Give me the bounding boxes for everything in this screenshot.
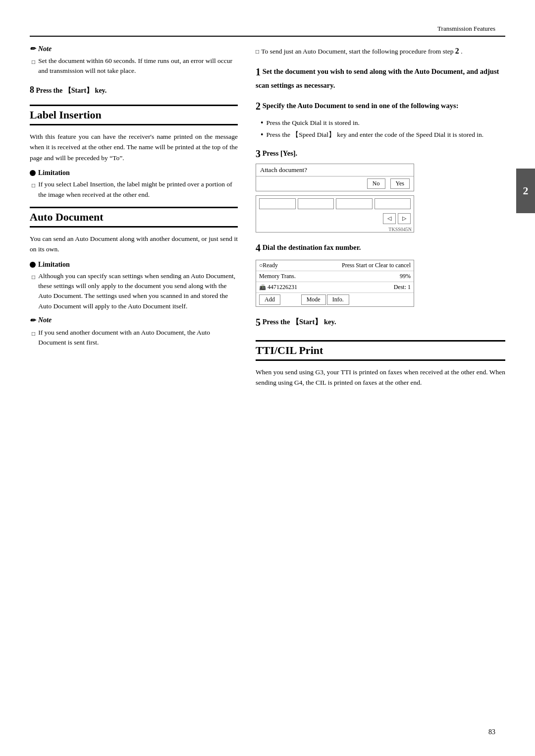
tticil-header: TTI/CIL Print — [256, 340, 505, 361]
limitation-title-1: Limitation — [30, 169, 238, 177]
note-item-1: □ Set the document within 60 seconds. If… — [30, 56, 238, 76]
status-row-1: ○Ready Press Start or Clear to cancel — [256, 260, 414, 271]
note-title-1: ✏ Note — [30, 45, 238, 53]
right-step-5-num: 5 — [256, 317, 261, 328]
bullet-dot-1: • — [261, 118, 264, 128]
step-8-num: 8 — [30, 85, 34, 95]
dialog-no-button[interactable]: No — [367, 178, 385, 189]
label-insertion-body: With this feature you can have the recei… — [30, 131, 238, 164]
keypad-btn-2[interactable] — [298, 198, 334, 209]
keypad-ui: ◁ ▷ TKSS045N — [256, 195, 414, 233]
dialog-text: Attach document? — [260, 166, 410, 174]
tticil-section: TTI/CIL Print When you send using G3, yo… — [256, 340, 505, 388]
note-icon-2: ✏ — [30, 316, 36, 325]
checkbox-icon-4: □ — [32, 329, 35, 348]
right-step-1-num: 1 — [256, 66, 261, 77]
bullet-2: • Press the 【Speed Dial】 key and enter t… — [261, 130, 505, 140]
limitation-item-text-1: If you select Label Insertion, the label… — [38, 179, 238, 200]
auto-document-body: You can send an Auto Document along with… — [30, 233, 238, 255]
fax-icon: 📠 — [259, 284, 266, 291]
status-mode-button[interactable]: Mode — [301, 294, 326, 305]
intro-step-ref: 2 — [455, 47, 459, 55]
status-info-button[interactable]: Info. — [327, 294, 349, 305]
label-insertion-header: Label Insertion — [30, 105, 238, 125]
checkbox-icon-3: □ — [32, 273, 35, 311]
note-icon-1: ✏ — [30, 45, 36, 53]
arrow-left-button[interactable]: ◁ — [383, 213, 396, 224]
note-label-1: Note — [38, 45, 52, 53]
right-step-5: 5 Press the 【Start】 key. — [256, 315, 505, 330]
right-step-4-text: Dial the destination fax number. — [263, 243, 361, 251]
note-section-1: ✏ Note □ Set the document within 60 seco… — [30, 45, 238, 76]
bullet-2-text: Press the 【Speed Dial】 key and enter the… — [267, 130, 484, 140]
top-rule — [30, 36, 505, 37]
side-tab: 2 — [516, 169, 535, 213]
note-label-2: Note — [38, 316, 52, 324]
checkbox-icon-1: □ — [32, 58, 35, 76]
right-step-5-header: 5 Press the 【Start】 key. — [256, 315, 505, 330]
intro-body: To send just an Auto Document, start the… — [261, 45, 462, 58]
keypad-btn-3[interactable] — [336, 198, 373, 209]
tticil-title: TTI/CIL Print — [256, 344, 323, 356]
right-step-4: 4 Dial the destination fax number. ○Read… — [256, 240, 505, 307]
intro-text: □ To send just an Auto Document, start t… — [256, 45, 505, 58]
auto-document-title: Auto Document — [30, 211, 104, 223]
tks-label: TKSS045N — [256, 227, 414, 232]
status-press-start: Press Start or Clear to cancel — [342, 262, 411, 269]
status-memory-trans: Memory Trans. — [259, 273, 400, 280]
auto-document-note: ✏ Note □ If you send another document wi… — [30, 316, 238, 348]
limitation-item-1: □ If you select Label Insertion, the lab… — [30, 179, 238, 200]
status-row-3: 📠 4471226231 Dest: 1 — [256, 282, 414, 293]
press-yes-label: Press [Yes]. — [263, 149, 298, 157]
label-insertion-limitation: Limitation □ If you select Label Inserti… — [30, 169, 238, 200]
right-step-4-header: 4 Dial the destination fax number. — [256, 240, 505, 256]
limitation-icon-2 — [30, 262, 36, 268]
right-step-4-num: 4 — [256, 242, 261, 253]
limitation-item-2: □ Although you can specify scan settings… — [30, 271, 238, 311]
note-item-2: □ If you send another document with an A… — [30, 328, 238, 348]
dialog-yes-button[interactable]: Yes — [390, 178, 410, 189]
status-fax-num: 4471226231 — [268, 284, 390, 291]
limitation-icon-1 — [30, 170, 36, 176]
right-step-2-num: 2 — [256, 101, 261, 112]
note-item-text-2: If you send another document with an Aut… — [38, 328, 238, 348]
page-number: 83 — [488, 728, 495, 736]
step-2-bullets: • Press the Quick Dial it is stored in. … — [256, 118, 505, 140]
header-title: Transmission Features — [437, 25, 495, 32]
keypad-arrows: ◁ ▷ — [256, 212, 414, 227]
page-header: Transmission Features — [437, 25, 495, 33]
bullet-1: • Press the Quick Dial it is stored in. — [261, 118, 505, 128]
right-step-3-num: 3 — [256, 148, 261, 159]
note-item-text-1: Set the document within 60 seconds. If t… — [38, 56, 238, 76]
dialog-row-2: No Yes — [256, 176, 414, 191]
press-yes: 3 Press [Yes]. — [256, 148, 505, 160]
status-dest: Dest: 1 — [394, 284, 411, 291]
main-content: ✏ Note □ Set the document within 60 seco… — [30, 45, 505, 726]
right-step-2: 2 Specify the Auto Document to send in o… — [256, 99, 505, 140]
arrow-right-button[interactable]: ▷ — [398, 213, 411, 224]
right-step-3: 3 Press [Yes]. Attach document? No Yes — [256, 148, 505, 233]
status-btn-row: Add Mode Info. — [259, 294, 349, 305]
keypad-btn-1[interactable] — [259, 198, 296, 209]
attach-document-dialog: Attach document? No Yes — [256, 164, 414, 191]
checkbox-icon-5: □ — [256, 47, 259, 57]
limitation-title-2: Limitation — [30, 261, 238, 269]
status-pct: 99% — [400, 273, 411, 280]
status-add-button[interactable]: Add — [259, 294, 280, 305]
side-tab-number: 2 — [523, 184, 529, 197]
right-step-2-text: Specify the Auto Document to send in one… — [263, 102, 459, 110]
keypad-btn-4[interactable] — [374, 198, 411, 209]
right-column: □ To send just an Auto Document, start t… — [256, 45, 505, 394]
dialog-row-1: Attach document? — [256, 164, 414, 176]
label-insertion-title: Label Insertion — [30, 109, 102, 121]
right-step-1: 1 Set the document you wish to send alon… — [256, 64, 505, 91]
checkbox-icon-2: □ — [32, 181, 35, 200]
keypad-row-1 — [256, 196, 414, 212]
tticil-body: When you send using G3, your TTI is prin… — [256, 367, 505, 388]
page-container: Transmission Features 2 ✏ Note □ Set the… — [0, 0, 535, 756]
status-row-2: Memory Trans. 99% — [256, 271, 414, 282]
limitation-item-text-2: Although you can specify scan settings w… — [38, 271, 238, 311]
right-step-1-text: Set the document you wish to send along … — [256, 67, 499, 89]
step-8: 8 Press the 【Start】 key. — [30, 83, 238, 97]
right-step-1-header: 1 Set the document you wish to send alon… — [256, 64, 505, 91]
